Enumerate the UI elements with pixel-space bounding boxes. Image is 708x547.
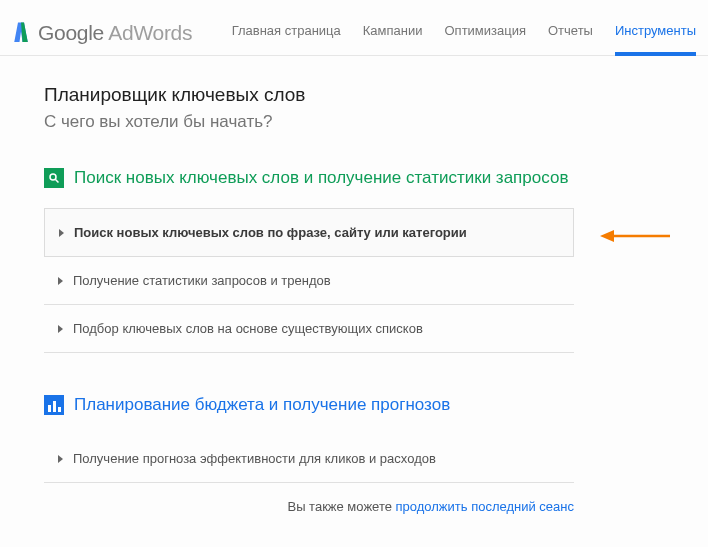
section-search-header: Поиск новых ключевых слов и получение ст… xyxy=(44,168,664,188)
adwords-logo-icon xyxy=(12,21,30,45)
budget-options: Получение прогноза эффективности для кли… xyxy=(44,435,574,483)
svg-point-0 xyxy=(50,174,56,180)
section-search-title: Поиск новых ключевых слов и получение ст… xyxy=(74,168,568,188)
svg-marker-3 xyxy=(600,230,614,242)
nav-tools[interactable]: Инструменты xyxy=(615,10,696,55)
page-title: Планировщик ключевых слов xyxy=(44,84,664,106)
nav-home[interactable]: Главная страница xyxy=(232,10,341,55)
page-subtitle: С чего вы хотели бы начать? xyxy=(44,112,664,132)
option-combine-lists[interactable]: Подбор ключевых слов на основе существую… xyxy=(44,305,574,353)
main-nav: Главная страница Кампании Оптимизация От… xyxy=(232,10,696,55)
logo-text: Google AdWords xyxy=(38,21,192,45)
chevron-right-icon xyxy=(58,325,63,333)
option-label: Получение статистики запросов и трендов xyxy=(73,273,331,288)
annotation-arrow-icon xyxy=(600,228,670,244)
app-header: Google AdWords Главная страница Кампании… xyxy=(0,0,708,56)
chevron-right-icon xyxy=(58,455,63,463)
option-stats-trends[interactable]: Получение статистики запросов и трендов xyxy=(44,257,574,305)
option-label: Подбор ключевых слов на основе существую… xyxy=(73,321,423,336)
nav-optimization[interactable]: Оптимизация xyxy=(444,10,526,55)
option-label: Получение прогноза эффективности для кли… xyxy=(73,451,436,466)
chevron-right-icon xyxy=(59,229,64,237)
nav-reports[interactable]: Отчеты xyxy=(548,10,593,55)
search-icon xyxy=(44,168,64,188)
bar-chart-icon xyxy=(44,395,64,415)
resume-session-link[interactable]: продолжить последний сеанс xyxy=(396,499,574,514)
main-content: Планировщик ключевых слов С чего вы хоте… xyxy=(0,56,708,483)
search-options: Поиск новых ключевых слов по фразе, сайт… xyxy=(44,208,574,353)
footer-prefix: Вы также можете xyxy=(287,499,395,514)
section-budget-title: Планирование бюджета и получение прогноз… xyxy=(74,395,450,415)
option-forecast[interactable]: Получение прогноза эффективности для кли… xyxy=(44,435,574,483)
nav-campaigns[interactable]: Кампании xyxy=(363,10,423,55)
option-search-by-phrase[interactable]: Поиск новых ключевых слов по фразе, сайт… xyxy=(44,208,574,257)
svg-line-1 xyxy=(56,180,59,183)
logo: Google AdWords xyxy=(12,21,192,45)
chevron-right-icon xyxy=(58,277,63,285)
option-label: Поиск новых ключевых слов по фразе, сайт… xyxy=(74,225,467,240)
footer-note: Вы также можете продолжить последний сеа… xyxy=(44,483,574,514)
section-budget-header: Планирование бюджета и получение прогноз… xyxy=(44,395,664,415)
